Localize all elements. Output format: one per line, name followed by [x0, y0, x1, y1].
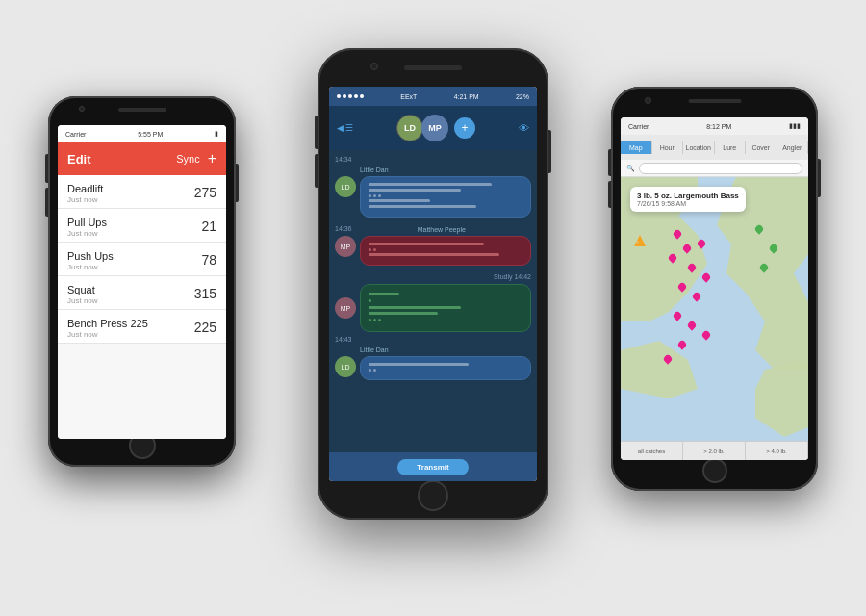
time-1436: 14:36 — [335, 225, 352, 232]
right-carrier: Carrier — [628, 123, 649, 130]
left-phone-screen: Carrier 5:55 PM ▮ Edit Sync + Deadlift J… — [58, 125, 226, 439]
message-row-2: MP — [335, 236, 531, 266]
bubble-3 — [360, 284, 531, 332]
message-row-3: MP — [335, 284, 531, 332]
workout-item-squat[interactable]: Squat Just now 315 — [58, 276, 226, 310]
right-time: 8:12 PM — [706, 123, 731, 130]
center-phone-screen: EExT 4:21 PM 22% ◀ ☰ LD MP + 👁 — [329, 87, 537, 481]
vol-down-right[interactable] — [608, 181, 611, 208]
bubble-1 — [360, 176, 531, 218]
time-label: 5:55 PM — [138, 131, 163, 138]
home-btn-right[interactable] — [702, 458, 727, 483]
transmit-btn[interactable]: Transmit — [397, 459, 468, 475]
map-search-bar: 🔍 — [621, 160, 808, 177]
avatar-2: MP — [421, 115, 448, 141]
map-footer: all catches > 2.0 lb. > 4.0 lb. — [621, 441, 808, 460]
speaker-center — [404, 65, 462, 70]
volume-down-btn[interactable] — [45, 188, 48, 217]
workout-list: Deadlift Just now 275 Pull Ups Just now … — [58, 175, 226, 439]
center-time: 4:21 PM — [454, 93, 479, 100]
phone-left: Carrier 5:55 PM ▮ Edit Sync + Deadlift J… — [48, 96, 236, 467]
center-statusbar: EExT 4:21 PM 22% — [329, 87, 537, 106]
map-tabs: Map Hour Location Lure Cover Angler — [621, 135, 808, 160]
back-button[interactable]: ◀ ☰ — [337, 123, 353, 133]
phone-right: Carrier 8:12 PM ▮▮▮ Map Hour Location Lu… — [611, 87, 818, 491]
message-body: 14:34 Little Dan LD 14:36 Matthew Peepl — [329, 150, 537, 452]
power-btn-right[interactable] — [818, 159, 821, 197]
message-row-4: LD — [335, 356, 531, 380]
vol-up-center[interactable] — [315, 116, 318, 149]
back-icon: ☰ — [345, 123, 353, 133]
workout-item-pullups[interactable]: Pull Ups Just now 21 — [58, 209, 226, 243]
tab-cover[interactable]: Cover — [746, 141, 777, 154]
camera-right — [645, 97, 651, 104]
battery-label: ▮ — [215, 130, 218, 138]
time-1434: 14:34 — [335, 156, 531, 163]
signal-dots — [337, 94, 364, 98]
sender-little-dan-2: Little Dan — [360, 346, 531, 353]
volume-up-btn[interactable] — [45, 154, 48, 183]
message-header: ◀ ☰ LD MP + 👁 — [329, 106, 537, 150]
tab-hour[interactable]: Hour — [652, 141, 684, 154]
speaker-right — [688, 99, 741, 103]
map-svg: ! — [621, 177, 808, 441]
left-statusbar: Carrier 5:55 PM ▮ — [58, 125, 226, 142]
tab-location[interactable]: Location — [683, 141, 715, 154]
fish-date: 7/26/15 9:58 AM — [637, 200, 739, 207]
map-body: ! 3 lb. 5 oz. Largemouth Bass 7/26/15 9:… — [621, 177, 808, 441]
svg-text:!: ! — [637, 240, 638, 245]
bubble-2 — [360, 236, 531, 266]
message-footer: Transmit — [329, 452, 537, 481]
center-battery: 22% — [516, 93, 529, 100]
msg-avatar-ld-2: LD — [335, 356, 356, 377]
tab-map[interactable]: Map — [621, 141, 652, 154]
center-carrier: EExT — [400, 93, 417, 100]
sender-little-dan: Little Dan — [360, 167, 531, 173]
phones-container: Carrier 5:55 PM ▮ Edit Sync + Deadlift J… — [19, 10, 847, 606]
workout-item-benchpress[interactable]: Bench Press 225 Just now 225 — [58, 310, 226, 344]
camera-center — [370, 63, 378, 70]
phone-center: EExT 4:21 PM 22% ◀ ☰ LD MP + 👁 — [318, 48, 548, 520]
header-icons: LD MP + — [396, 115, 475, 141]
workout-item-deadlift[interactable]: Deadlift Just now 275 — [58, 175, 226, 209]
footer-2lb[interactable]: > 2.0 lb. — [683, 442, 746, 460]
msg-avatar-ld-1: LD — [335, 176, 356, 197]
right-phone-screen: Carrier 8:12 PM ▮▮▮ Map Hour Location Lu… — [621, 117, 808, 460]
sender-matthew: Matthew Peeple — [418, 226, 466, 233]
workout-item-pushups[interactable]: Push Ups Just now 78 — [58, 243, 226, 276]
tab-angler[interactable]: Angler — [777, 141, 809, 154]
tab-lure[interactable]: Lure — [715, 141, 747, 154]
bubble-4 — [360, 356, 531, 380]
pushups-label: Push Ups — [67, 250, 114, 262]
vol-down-center[interactable] — [315, 154, 318, 188]
vol-up-right[interactable] — [608, 149, 611, 176]
fish-name: 3 lb. 5 oz. Largemouth Bass — [637, 192, 739, 200]
right-statusbar: Carrier 8:12 PM ▮▮▮ — [621, 117, 808, 135]
eye-btn[interactable]: 👁 — [519, 122, 529, 134]
workout-header: Edit Sync + — [58, 142, 226, 175]
map-search-input[interactable] — [639, 163, 802, 174]
right-battery: ▮▮▮ — [789, 122, 801, 130]
footer-all-catches[interactable]: all catches — [621, 442, 683, 460]
message-row-1: LD — [335, 176, 531, 218]
edit-btn[interactable]: Edit — [67, 152, 91, 167]
header-right: Sync + — [176, 150, 216, 167]
time-1443: 14:43 — [335, 336, 531, 343]
msg-avatar-mp-1: MP — [335, 236, 356, 257]
power-btn-center[interactable] — [548, 130, 551, 173]
add-btn[interactable]: + — [208, 150, 216, 167]
avatar-1: LD — [396, 115, 423, 141]
power-btn-left[interactable] — [236, 164, 239, 202]
camera-left — [79, 106, 85, 112]
home-btn-center[interactable] — [418, 480, 448, 511]
search-icon: 🔍 — [626, 165, 635, 172]
speaker-left — [118, 108, 166, 112]
msg-avatar-mp-2: MP — [335, 297, 356, 319]
footer-4lb[interactable]: > 4.0 lb. — [746, 442, 808, 460]
benchpress-label: Bench Press 225 — [67, 318, 148, 329]
studly-label: Studly 14:42 — [494, 273, 531, 280]
carrier-label: Carrier — [65, 131, 86, 138]
back-chevron: ◀ — [337, 123, 344, 133]
sync-btn[interactable]: Sync — [176, 153, 199, 165]
add-contact-btn[interactable]: + — [454, 117, 475, 139]
